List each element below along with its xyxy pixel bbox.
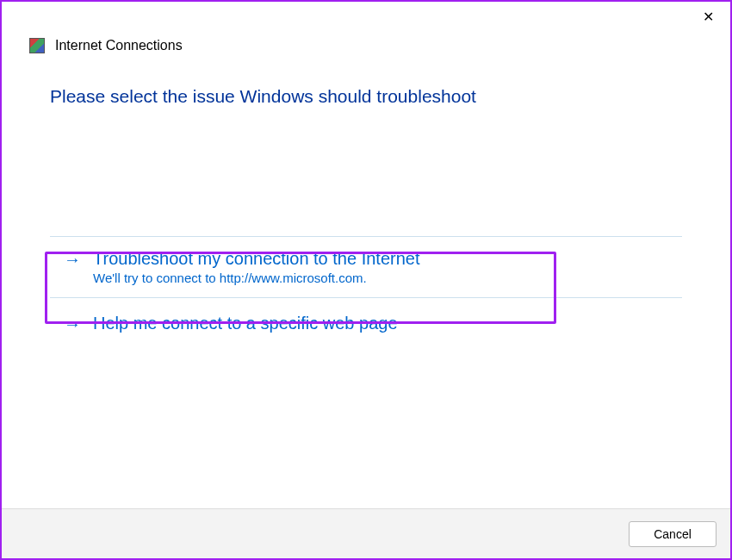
window-title: Internet Connections [55,38,183,53]
option-connect-specific-page[interactable]: → Help me connect to a specific web page [50,298,682,346]
option-troubleshoot-internet[interactable]: → Troubleshoot my connection to the Inte… [50,237,682,298]
arrow-right-icon: → [64,249,81,270]
internet-connections-icon [29,38,45,53]
option-title: Troubleshoot my connection to the Intern… [93,249,419,269]
instruction-heading: Please select the issue Windows should t… [50,86,682,107]
cancel-button[interactable]: Cancel [629,521,716,547]
close-button[interactable]: ✕ [696,4,720,28]
option-subtitle: We'll try to connect to http://www.micro… [93,271,419,285]
content-area: Please select the issue Windows should t… [2,53,730,508]
option-list: → Troubleshoot my connection to the Inte… [50,236,682,346]
option-title: Help me connect to a specific web page [93,314,398,333]
footer-bar: Cancel [2,508,730,558]
close-icon: ✕ [703,9,714,25]
option-text: Troubleshoot my connection to the Intern… [93,249,419,285]
arrow-right-icon: → [64,314,81,334]
header-row: Internet Connections [2,31,730,53]
option-text: Help me connect to a specific web page [93,314,398,333]
troubleshooter-window: ✕ Internet Connections Please select the… [0,0,732,560]
titlebar: ✕ [2,2,730,31]
